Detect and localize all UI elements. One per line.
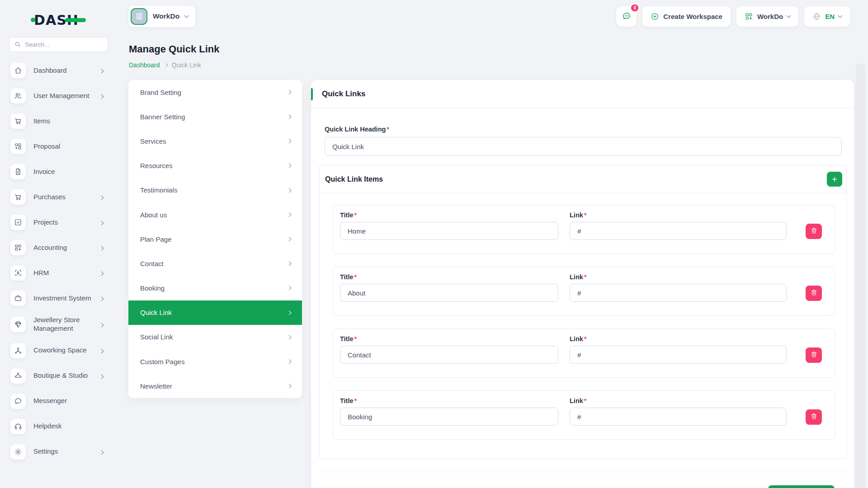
workspace-menu[interactable]: WorkDo xyxy=(736,6,798,27)
breadcrumb-dashboard-link[interactable]: Dashboard xyxy=(129,61,160,69)
messages-button[interactable]: 0 xyxy=(616,6,637,27)
sidebar-item-settings[interactable]: Settings xyxy=(10,444,117,460)
sidebar-item-coworking-space[interactable]: Coworking Space xyxy=(10,343,117,358)
item-link-input-3[interactable] xyxy=(570,408,787,426)
language-code: EN xyxy=(825,13,835,20)
chevron-right-icon xyxy=(99,196,104,200)
item-title-input-1[interactable] xyxy=(340,284,558,302)
building-icon xyxy=(131,8,147,25)
delete-item-button[interactable] xyxy=(806,224,822,239)
sidebar-item-label: Coworking Space xyxy=(33,346,87,355)
settings-menu-item-quick-link[interactable]: Quick Link xyxy=(128,300,302,325)
item-link-input-0[interactable] xyxy=(570,222,787,240)
delete-item-button[interactable] xyxy=(806,409,822,425)
home-icon xyxy=(10,63,26,78)
delete-item-button[interactable] xyxy=(806,286,822,301)
item-title-input-3[interactable] xyxy=(340,408,558,426)
sidebar-item-label: Boutique & Studio xyxy=(33,371,88,380)
search-input[interactable] xyxy=(9,37,108,52)
quick-link-heading-input[interactable] xyxy=(325,137,842,156)
grid-plus-icon xyxy=(745,12,753,21)
add-item-button[interactable]: + xyxy=(827,172,842,187)
required-asterisk: * xyxy=(584,211,587,219)
sidebar-item-projects[interactable]: Projects xyxy=(10,215,117,230)
sidebar-item-boutique-studio[interactable]: Boutique & Studio xyxy=(10,368,117,384)
language-selector[interactable]: EN xyxy=(804,6,850,27)
settings-menu: Brand SettingBanner SettingServicesResou… xyxy=(128,80,302,398)
required-asterisk: * xyxy=(354,335,357,343)
sidebar-item-messenger[interactable]: Messenger xyxy=(10,394,117,409)
chevron-right-icon xyxy=(287,262,291,266)
sidebar-item-label: Accounting xyxy=(33,244,67,252)
card-footer: Save Changes xyxy=(319,472,847,488)
settings-menu-item-newsletter[interactable]: Newsletter xyxy=(128,374,302,398)
sidebar-item-label: Purchases xyxy=(33,193,66,202)
scrollbar-track[interactable] xyxy=(856,63,865,488)
quick-link-items-group: Quick Link Items + Title* Link* Title* L… xyxy=(319,165,847,459)
workspace-switcher[interactable]: WorkDo xyxy=(128,6,195,27)
workspace-switcher-label: WorkDo xyxy=(153,12,179,20)
globe-icon xyxy=(812,12,821,21)
chevron-right-icon xyxy=(164,63,167,67)
settings-menu-item-social-link[interactable]: Social Link xyxy=(128,325,302,349)
sidebar-item-dashboard[interactable]: Dashboard xyxy=(10,63,117,78)
sidebar-item-proposal[interactable]: Proposal xyxy=(10,139,117,154)
chevron-right-icon xyxy=(99,69,104,74)
settings-menu-item-contact[interactable]: Contact xyxy=(128,251,302,276)
create-workspace-button[interactable]: Create Workspace xyxy=(642,6,731,27)
create-workspace-label: Create Workspace xyxy=(663,13,722,20)
sidebar-item-items[interactable]: Items xyxy=(10,113,117,129)
title-label: Title* xyxy=(340,397,558,404)
card-header: Quick Links xyxy=(311,80,854,108)
settings-menu-item-label: Resources xyxy=(140,162,173,169)
title-label: Title* xyxy=(340,335,558,343)
topbar: WorkDo 0 Create Workspace WorkDo EN xyxy=(128,5,850,27)
settings-menu-item-label: Services xyxy=(140,137,166,145)
save-button[interactable]: Save Changes xyxy=(768,485,835,488)
item-link-input-2[interactable] xyxy=(570,346,787,364)
file-text-icon xyxy=(10,164,26,179)
settings-menu-item-brand-setting[interactable]: Brand Setting xyxy=(128,80,302,104)
settings-menu-item-about-us[interactable]: About us xyxy=(128,202,302,227)
sidebar-item-investment-system[interactable]: Investment System xyxy=(10,291,117,306)
sidebar-item-label: Proposal xyxy=(33,142,60,151)
chevron-right-icon xyxy=(287,286,291,290)
delete-item-button[interactable] xyxy=(806,347,822,363)
breadcrumb: Dashboard Quick Link xyxy=(129,61,201,69)
sidebar-item-label: Items xyxy=(33,117,50,126)
settings-menu-item-services[interactable]: Services xyxy=(128,129,302,153)
chevron-right-icon xyxy=(99,297,104,301)
sidebar-item-jewellery-store-management[interactable]: Jewellery Store Management xyxy=(10,316,117,333)
chevron-right-icon xyxy=(287,237,291,241)
item-title-input-2[interactable] xyxy=(340,346,558,364)
settings-menu-item-label: Custom Pages xyxy=(140,358,184,366)
sidebar-item-purchases[interactable]: Purchases xyxy=(10,189,117,205)
required-asterisk: * xyxy=(387,126,389,133)
settings-menu-item-custom-pages[interactable]: Custom Pages xyxy=(128,349,302,374)
chevron-down-icon xyxy=(184,14,189,18)
headphones-icon xyxy=(10,419,26,434)
settings-menu-item-plan-page[interactable]: Plan Page xyxy=(128,227,302,251)
item-link-input-1[interactable] xyxy=(570,284,787,302)
settings-menu-item-booking[interactable]: Booking xyxy=(128,276,302,300)
settings-menu-item-testimonials[interactable]: Testimonials xyxy=(128,178,302,202)
sidebar-item-hrm[interactable]: HRM xyxy=(10,265,117,281)
quick-link-item-row: Title* Link* xyxy=(332,205,835,254)
settings-menu-item-label: Brand Setting xyxy=(140,89,181,96)
settings-menu-item-resources[interactable]: Resources xyxy=(128,154,302,178)
sidebar-item-helpdesk[interactable]: Helpdesk xyxy=(10,419,117,434)
sidebar-item-user-management[interactable]: User Management xyxy=(10,88,117,103)
quick-link-items-title: Quick Link Items xyxy=(325,175,383,183)
item-title-input-0[interactable] xyxy=(340,222,558,240)
check-square-icon xyxy=(10,215,26,230)
sidebar-item-invoice[interactable]: Invoice xyxy=(10,164,117,179)
sidebar-item-accounting[interactable]: Accounting xyxy=(10,240,117,255)
chat-dots-icon xyxy=(622,11,632,21)
chevron-right-icon xyxy=(287,360,291,364)
settings-menu-item-banner-setting[interactable]: Banner Setting xyxy=(128,104,302,129)
required-asterisk: * xyxy=(584,335,587,343)
trash-icon xyxy=(810,351,818,360)
title-label: Title* xyxy=(340,273,558,281)
sidebar-nav: DashboardUser ManagementItemsProposalInv… xyxy=(0,63,117,460)
chevron-right-icon xyxy=(99,349,104,353)
